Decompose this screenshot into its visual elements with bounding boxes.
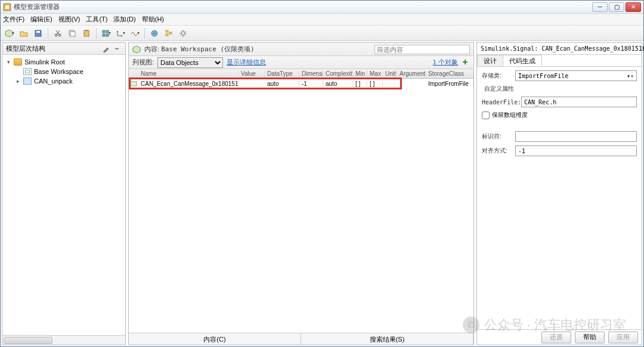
tree-edit-icon[interactable] bbox=[101, 44, 111, 54]
folder-tree-button[interactable] bbox=[162, 27, 175, 39]
wave-button[interactable]: ▾ bbox=[128, 27, 141, 39]
toolbar: ▾ ▾ ▾ ▾ bbox=[1, 26, 643, 41]
expand-icon[interactable]: ▸ bbox=[16, 79, 21, 84]
menu-bar: 文件(F) 编辑(E) 视图(V) 工具(T) 添加(D) 帮助(H) bbox=[1, 14, 643, 26]
left-scrollbar[interactable] bbox=[2, 335, 125, 345]
content-label: 内容: Base Workspace (仅限类项) bbox=[144, 45, 255, 54]
tab-content[interactable]: 内容(C) bbox=[129, 333, 301, 345]
tree-node-can-unpack[interactable]: ▸ CAN_unpack bbox=[16, 76, 122, 86]
cut-button[interactable] bbox=[51, 27, 64, 39]
svg-rect-23 bbox=[131, 82, 137, 86]
window-title: 模型资源管理器 bbox=[14, 2, 592, 11]
svg-rect-13 bbox=[103, 34, 105, 36]
add-icon[interactable] bbox=[462, 58, 470, 67]
new-model-button[interactable]: ▾ bbox=[3, 27, 16, 39]
svg-rect-1 bbox=[5, 5, 10, 10]
storage-class-label: 存储类: bbox=[482, 72, 512, 80]
signal-title: Simulink.Signal: CAN_Ecan_CanMessage_0x1… bbox=[477, 43, 642, 55]
save-button[interactable] bbox=[32, 27, 45, 39]
svg-point-19 bbox=[181, 32, 185, 35]
minimize-button[interactable]: ─ bbox=[592, 2, 608, 12]
svg-rect-4 bbox=[36, 31, 40, 33]
apply-button[interactable]: 应用 bbox=[608, 331, 638, 343]
show-details-link[interactable]: 显示详细信息 bbox=[227, 58, 266, 67]
custom-props-label: 自定义属性 bbox=[484, 85, 637, 93]
block-icon bbox=[23, 78, 32, 85]
view-label: 列视图: bbox=[132, 58, 154, 67]
app-icon bbox=[3, 3, 11, 11]
data-table: Name Value DataType Dimensions Complexit… bbox=[129, 69, 473, 333]
tab-codegen[interactable]: 代码生成 bbox=[503, 55, 542, 66]
menu-view[interactable]: 视图(V) bbox=[58, 15, 80, 24]
menu-edit[interactable]: 编辑(E) bbox=[30, 15, 52, 24]
tree-root[interactable]: ▾ Simulink Root bbox=[6, 57, 122, 67]
svg-rect-17 bbox=[166, 34, 168, 36]
tab-design[interactable]: 设计 bbox=[477, 55, 503, 66]
workspace-icon bbox=[23, 68, 32, 75]
tree-header: 模型层次结构 bbox=[6, 44, 45, 53]
revert-button[interactable]: 还原 bbox=[541, 331, 571, 343]
content-pane: 内容: Base Workspace (仅限类项) 列视图: Data Obje… bbox=[128, 42, 474, 345]
alignment-label: 对齐方式: bbox=[482, 147, 512, 155]
tree-node-base-workspace[interactable]: Base Workspace bbox=[16, 67, 122, 76]
help-button[interactable]: 帮助 bbox=[575, 331, 605, 343]
svg-rect-18 bbox=[169, 32, 172, 34]
gear-button[interactable] bbox=[177, 27, 190, 39]
title-bar: 模型资源管理器 ─ ▢ ✕ bbox=[1, 1, 643, 14]
preserve-dims-checkbox[interactable]: 保留数组维度 bbox=[482, 111, 637, 119]
tree-link-icon[interactable] bbox=[112, 44, 122, 54]
svg-rect-22 bbox=[463, 61, 467, 63]
properties-pane: Simulink.Signal: CAN_Ecan_CanMessage_0x1… bbox=[476, 42, 642, 345]
table-header: Name Value DataType Dimensions Complexit… bbox=[129, 69, 473, 79]
globe-button[interactable] bbox=[148, 27, 161, 39]
menu-add[interactable]: 添加(D) bbox=[113, 15, 135, 24]
svg-rect-8 bbox=[70, 32, 75, 36]
object-count-link[interactable]: 1 个对象 bbox=[433, 58, 458, 67]
copy-button[interactable] bbox=[66, 27, 79, 39]
grid-button[interactable]: ▾ bbox=[100, 27, 113, 39]
header-file-input[interactable]: CAN_Rec.h bbox=[521, 97, 637, 107]
svg-rect-9 bbox=[84, 30, 89, 36]
maximize-button[interactable]: ▢ bbox=[609, 2, 624, 12]
close-button[interactable]: ✕ bbox=[626, 2, 641, 12]
header-file-label: HeaderFile: bbox=[482, 99, 518, 106]
menu-file[interactable]: 文件(F) bbox=[3, 15, 24, 24]
storage-class-dropdown[interactable]: ImportFromFile▾ bbox=[515, 70, 637, 81]
column-view-select[interactable]: Data Objects bbox=[157, 57, 223, 68]
table-row[interactable]: CAN_Ecan_CanMessage_0x18015182 auto -1 a… bbox=[129, 79, 473, 88]
filter-input[interactable] bbox=[374, 45, 470, 54]
menu-tools[interactable]: 工具(T) bbox=[86, 15, 107, 24]
tab-search-results[interactable]: 搜索结果(S) bbox=[301, 333, 473, 345]
alignment-input[interactable]: -1 bbox=[515, 145, 637, 156]
svg-rect-16 bbox=[166, 30, 168, 32]
row-icon bbox=[129, 80, 138, 87]
tree-pane: 模型层次结构 ▾ Simulink Root Base Workspace ▸ bbox=[2, 42, 126, 345]
axes-button[interactable]: ▾ bbox=[114, 27, 127, 39]
simulink-icon bbox=[14, 58, 22, 66]
svg-rect-11 bbox=[103, 30, 105, 33]
identifier-label: 标识符: bbox=[482, 132, 512, 141]
svg-marker-20 bbox=[133, 46, 140, 53]
svg-rect-10 bbox=[85, 30, 88, 31]
cube-icon bbox=[132, 45, 141, 54]
identifier-input[interactable] bbox=[515, 131, 637, 142]
open-button[interactable] bbox=[17, 27, 30, 39]
menu-help[interactable]: 帮助(H) bbox=[142, 15, 164, 24]
paste-button[interactable] bbox=[80, 27, 93, 39]
expand-icon[interactable]: ▾ bbox=[6, 60, 11, 65]
